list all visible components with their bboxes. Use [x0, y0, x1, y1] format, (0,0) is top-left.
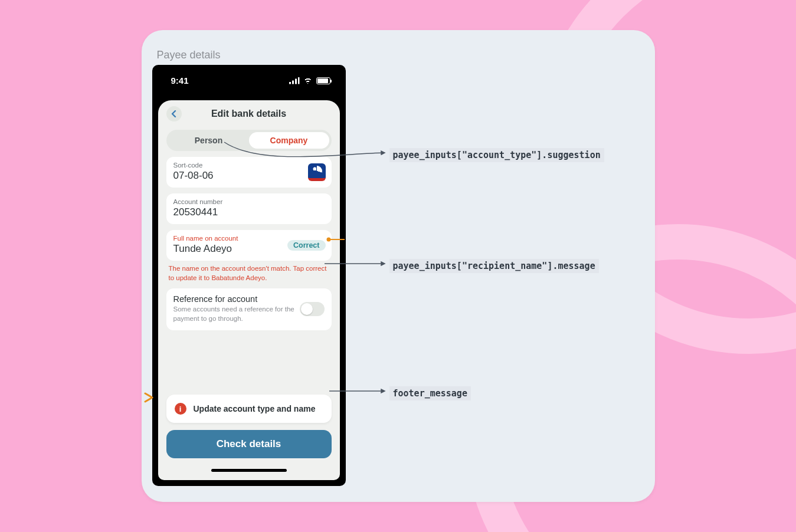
diagram-card: Payee details 9:41 Edit bank: [142, 30, 655, 502]
connector-arrows: [142, 30, 655, 502]
